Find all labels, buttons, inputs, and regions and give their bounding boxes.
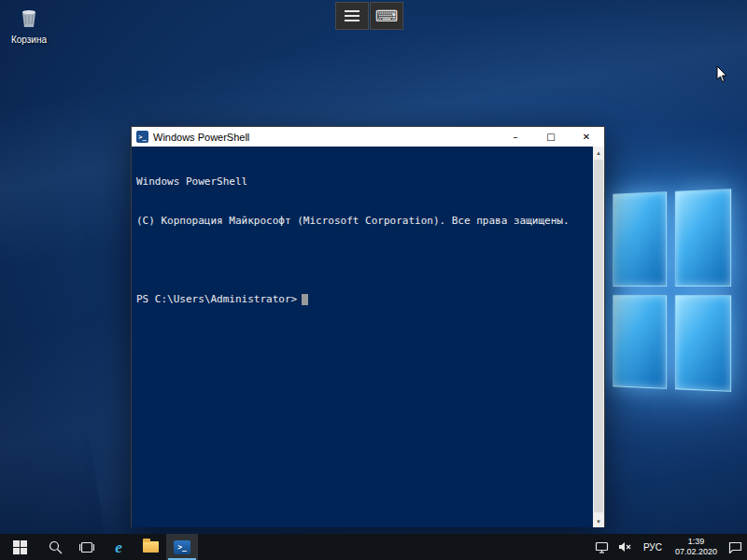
trash-bin-icon (17, 5, 41, 33)
powershell-window: >_ Windows PowerShell – □ ✕ Windows Powe… (131, 126, 605, 527)
volume-muted-icon (618, 541, 632, 553)
powershell-icon: >_ (174, 540, 190, 554)
hamburger-icon (345, 10, 359, 21)
search-button[interactable] (39, 534, 71, 560)
console-prompt: PS C:\Users\Administrator> (136, 293, 297, 306)
close-button[interactable]: ✕ (569, 127, 604, 147)
text-cursor (302, 294, 308, 305)
window-controls: – □ ✕ (498, 127, 604, 147)
recycle-bin-icon[interactable]: Корзина (2, 5, 56, 45)
console-scrollbar[interactable]: ▲ ▼ (593, 147, 604, 527)
minimize-button[interactable]: – (498, 127, 533, 147)
language-indicator[interactable]: РУС (637, 534, 669, 560)
window-titlebar[interactable]: >_ Windows PowerShell – □ ✕ (132, 127, 604, 147)
scrollbar-thumb[interactable] (594, 160, 603, 512)
action-center-icon (728, 541, 742, 553)
console-prompt-line: PS C:\Users\Administrator> (136, 293, 589, 306)
recycle-bin-label: Корзина (2, 35, 56, 45)
action-center-button[interactable] (724, 534, 747, 560)
taskview-icon (79, 541, 94, 553)
taskview-button[interactable] (71, 534, 103, 560)
console-line: Windows PowerShell (136, 175, 589, 189)
scroll-down-icon[interactable]: ▼ (593, 515, 604, 527)
internet-explorer-icon: e (115, 539, 122, 555)
windows-hero-logo (613, 189, 731, 392)
window-title: Windows PowerShell (153, 132, 498, 143)
maximize-button[interactable]: □ (533, 127, 569, 147)
network-tray-button[interactable] (590, 534, 613, 560)
taskbar: e >_ РУС (0, 534, 747, 560)
console-area[interactable]: Windows PowerShell (C) Корпорация Майкро… (132, 147, 604, 527)
clock[interactable]: 1:39 07.02.2020 (669, 534, 724, 560)
vm-overlay-toolbar: ⌨ (335, 2, 403, 30)
clock-date: 07.02.2020 (675, 547, 717, 557)
clock-time: 1:39 (675, 537, 717, 547)
logo-pane (674, 189, 731, 286)
file-explorer-button[interactable] (134, 534, 166, 560)
powershell-icon: >_ (136, 131, 148, 143)
volume-tray-button[interactable] (613, 534, 637, 560)
logo-pane (613, 294, 667, 388)
folder-icon (143, 541, 159, 553)
powershell-taskbar-button[interactable]: >_ (166, 534, 198, 560)
internet-explorer-button[interactable]: e (103, 534, 134, 560)
console-line: (C) Корпорация Майкрософт (Microsoft Cor… (136, 215, 589, 228)
onscreen-keyboard-button[interactable]: ⌨ (370, 2, 403, 30)
network-icon (595, 541, 609, 553)
screen: Корзина ⌨ >_ Windows PowerShell – □ ✕ Wi… (0, 0, 747, 560)
system-tray: РУС 1:39 07.02.2020 (590, 534, 747, 560)
search-icon (49, 540, 63, 554)
keyboard-icon: ⌨ (375, 8, 399, 24)
console-output: Windows PowerShell (C) Корпорация Майкро… (132, 147, 604, 332)
scroll-up-icon[interactable]: ▲ (593, 147, 604, 159)
start-button[interactable] (0, 534, 39, 560)
windows-logo-icon (13, 540, 27, 554)
menu-button[interactable] (335, 2, 369, 30)
console-blank-line (136, 254, 589, 267)
logo-pane (613, 191, 667, 286)
logo-pane (674, 295, 731, 392)
